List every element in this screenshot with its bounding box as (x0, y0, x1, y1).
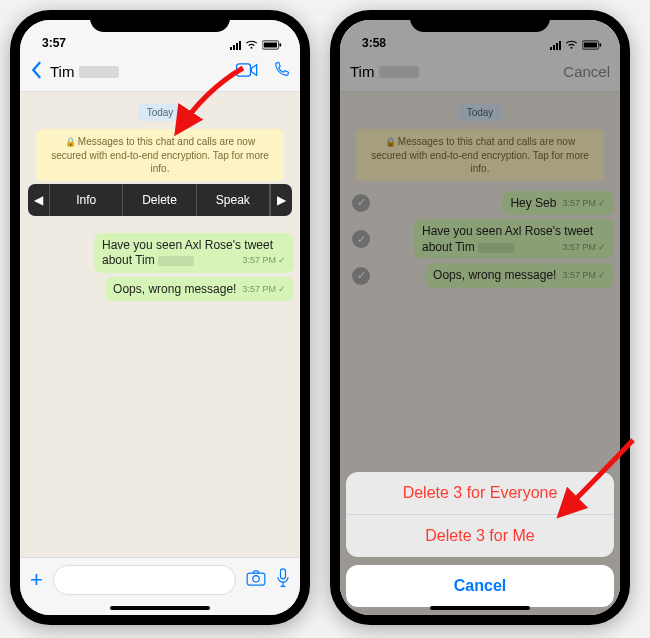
status-time: 3:57 (42, 36, 66, 50)
mic-button[interactable] (276, 568, 290, 592)
redacted-lastname (79, 66, 119, 78)
svg-rect-3 (237, 63, 251, 75)
context-next-arrow[interactable]: ▶ (270, 184, 292, 216)
notch (90, 10, 230, 32)
battery-icon (262, 40, 282, 50)
encryption-notice[interactable]: Messages to this chat and calls are now … (36, 129, 284, 181)
svg-rect-6 (281, 568, 286, 578)
context-prev-arrow[interactable]: ◀ (28, 184, 50, 216)
delete-for-me-button[interactable]: Delete 3 for Me (346, 515, 614, 557)
camera-button[interactable] (246, 570, 266, 590)
screen-left: 3:57 Tim Today Messages to this chat (20, 20, 300, 615)
svg-rect-1 (264, 43, 277, 48)
redacted-text (158, 256, 194, 266)
chat-header: Tim (20, 52, 300, 92)
message-bubble[interactable]: Oops, wrong message! 3:57 PM (105, 277, 294, 302)
context-item-delete[interactable]: Delete (123, 184, 196, 216)
delete-for-everyone-button[interactable]: Delete 3 for Everyone (346, 472, 614, 515)
message-time: 3:57 PM (242, 284, 286, 296)
home-indicator[interactable] (20, 601, 300, 615)
lock-icon (65, 136, 78, 147)
chat-body-left: Today Messages to this chat and calls ar… (20, 92, 300, 557)
message-bubble[interactable]: Have you seen Axl Rose's tweet about Tim… (94, 233, 294, 273)
notch (410, 10, 550, 32)
screen-right: 3:58 Tim Cancel Today Messages to this c… (340, 20, 620, 615)
svg-point-5 (253, 575, 259, 581)
voice-call-button[interactable] (272, 61, 290, 83)
date-pill: Today (137, 104, 184, 121)
phone-frame-left: 3:57 Tim Today Messages to this chat (10, 10, 310, 625)
phone-frame-right: 3:58 Tim Cancel Today Messages to this c… (330, 10, 630, 625)
context-item-info[interactable]: Info (50, 184, 123, 216)
context-menu: ◀ Info Delete Speak ▶ (28, 184, 292, 216)
svg-rect-2 (280, 43, 282, 46)
input-bar: + (20, 557, 300, 601)
message-input[interactable] (53, 565, 236, 595)
wifi-icon (245, 40, 258, 50)
message-row: Oops, wrong message! 3:57 PM (26, 277, 294, 302)
back-button[interactable] (30, 59, 42, 85)
home-indicator[interactable] (340, 601, 620, 615)
status-indicators (230, 40, 282, 50)
contact-name[interactable]: Tim (50, 63, 74, 80)
message-row: Have you seen Axl Rose's tweet about Tim… (26, 233, 294, 273)
message-text: Oops, wrong message! (113, 282, 236, 296)
message-time: 3:57 PM (242, 255, 286, 267)
context-item-speak[interactable]: Speak (197, 184, 270, 216)
action-sheet-group: Delete 3 for Everyone Delete 3 for Me (346, 472, 614, 557)
cellular-icon (230, 41, 241, 50)
action-sheet: Delete 3 for Everyone Delete 3 for Me Ca… (346, 472, 614, 607)
attach-button[interactable]: + (30, 567, 43, 593)
video-call-button[interactable] (236, 63, 258, 81)
